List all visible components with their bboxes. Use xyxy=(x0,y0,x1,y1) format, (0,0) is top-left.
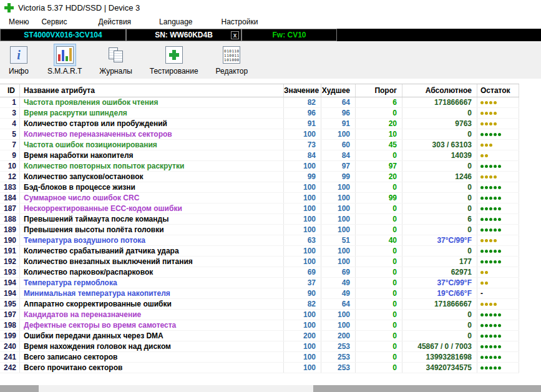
attr-name: Температура воздушного потока xyxy=(20,235,284,245)
table-row[interactable]: 192 Количество внезапных выключений пита… xyxy=(0,257,519,267)
attr-threshold: 0 xyxy=(356,363,402,373)
health-dot xyxy=(485,165,488,168)
health-dot xyxy=(485,282,488,285)
device-model[interactable]: ST4000VX016-3CV104 xyxy=(0,29,126,41)
menu-item-language[interactable]: Language xyxy=(159,17,192,26)
health-dot xyxy=(489,335,492,338)
table-row[interactable]: 184 Суммарное число ошибок CRC 100 100 9… xyxy=(0,193,519,203)
health-dot xyxy=(489,218,492,221)
attr-value: 37 xyxy=(284,278,321,288)
table-row[interactable]: 198 Дефектные секторы во время самотеста… xyxy=(0,320,519,331)
table-row[interactable]: 4 Количество стартов или пробуждений 91 … xyxy=(0,119,519,129)
attr-threshold: 0 xyxy=(356,182,402,192)
attr-id: 187 xyxy=(0,203,20,213)
table-row[interactable]: 10 Количество повторных попыток раскрутк… xyxy=(0,161,519,172)
attr-raw: 62971 xyxy=(402,267,477,277)
close-icon[interactable]: x xyxy=(231,31,239,39)
health-dot xyxy=(494,303,497,306)
attr-worst: 100 xyxy=(321,193,356,203)
attr-name: Бэд-блоков в процессе жизни xyxy=(20,182,284,192)
toolbar-button-logs[interactable]: Журналы xyxy=(94,41,137,76)
health-dot xyxy=(494,122,497,125)
attr-raw: 45867 / 0 / 7003 xyxy=(402,341,477,351)
health-dot xyxy=(498,313,501,316)
attr-raw: 0 xyxy=(402,108,477,118)
attr-health-dots xyxy=(477,331,519,341)
table-row[interactable]: 195 Аппаратно скорректированные ошибки 8… xyxy=(0,299,519,310)
health-dot xyxy=(480,175,484,179)
attr-health-dots xyxy=(477,246,519,256)
header-value[interactable]: Значение xyxy=(284,84,321,97)
attr-id: 240 xyxy=(0,341,20,351)
header-name[interactable]: Название атрибута xyxy=(20,84,284,97)
attr-health-dots xyxy=(477,257,519,267)
table-row[interactable]: 194 Температура гермоблока 37 49 0 37°C/… xyxy=(0,278,519,288)
attr-threshold: 0 xyxy=(356,203,402,213)
toolbar-button-smart[interactable]: S.M.A.R.T xyxy=(42,41,87,76)
health-dot xyxy=(480,112,484,115)
table-row[interactable]: 199 Ошибки передачи данных через DMA 200… xyxy=(0,331,519,341)
menu-item-service[interactable]: Сервис xyxy=(41,17,67,26)
table-row[interactable]: 190 Температура воздушного потока 63 51 … xyxy=(0,235,519,246)
toolbar-button-editor[interactable]: 010110 110011 101000 Редактор xyxy=(211,41,253,76)
attr-raw: 0 xyxy=(402,161,477,171)
table-row[interactable]: 1 Частота проявления ошибок чтения 82 64… xyxy=(0,97,519,108)
header-id[interactable]: ID xyxy=(0,84,20,97)
header-raw[interactable]: Абсолютное xyxy=(402,84,477,97)
attr-worst: 200 xyxy=(321,331,356,341)
attr-id: 194 xyxy=(0,288,20,298)
menu-item-menu[interactable]: Меню xyxy=(9,17,29,26)
horizontal-scrollbar[interactable] xyxy=(0,385,541,392)
toolbar-button-info[interactable]: i Инфо xyxy=(2,41,35,76)
table-row[interactable]: 193 Количество парковок/распарковок 69 6… xyxy=(0,267,519,278)
header-health[interactable]: Остаток xyxy=(477,84,519,97)
health-dot xyxy=(480,313,484,316)
table-row[interactable]: 9 Время наработки накопителя 84 84 0 140… xyxy=(0,150,519,161)
attr-threshold: 0 xyxy=(356,341,402,351)
device-firmware: Fw: CV10 xyxy=(241,29,337,41)
attr-name: Количество переназначенных секторов xyxy=(20,129,284,139)
attr-raw: 0 xyxy=(402,320,477,330)
table-row[interactable]: 197 Кандидатов на переназначение 100 100… xyxy=(0,310,519,320)
device-bar: ST4000VX016-3CV104 SN: WW60KD4B x Fw: CV… xyxy=(0,29,541,41)
table-row[interactable]: 194 Минимальная температура накопителя 9… xyxy=(0,288,519,299)
table-row[interactable]: 183 Бэд-блоков в процессе жизни 100 100 … xyxy=(0,182,519,193)
health-dot xyxy=(494,186,497,189)
health-dot xyxy=(485,154,488,157)
window-title: Victoria 5.37 HDD/SSD | Device 3 xyxy=(18,3,140,12)
header-worst[interactable]: Худшее xyxy=(321,84,356,97)
health-dot xyxy=(489,101,492,104)
attr-value: 99 xyxy=(284,172,321,182)
attr-health-dots xyxy=(477,299,519,309)
table-row[interactable]: 187 Нескорректированные ECC-кодом ошибки… xyxy=(0,203,519,214)
table-row[interactable]: 241 Всего записано секторов 100 253 0 13… xyxy=(0,352,519,363)
table-row[interactable]: 7 Частота ошибок позиционирования 73 60 … xyxy=(0,140,519,150)
health-dot xyxy=(485,175,488,179)
table-row[interactable]: 12 Количество запусков/остановок 99 99 2… xyxy=(0,172,519,182)
attr-worst: 100 xyxy=(321,225,356,235)
table-row[interactable]: 5 Количество переназначенных секторов 10… xyxy=(0,129,519,140)
table-row[interactable]: 189 Превышения высоты полёта головки 100… xyxy=(0,225,519,235)
table-row[interactable]: 240 Время нахождения головок над диском … xyxy=(0,341,519,352)
table-row[interactable]: 191 Количество срабатываний датчика удар… xyxy=(0,246,519,257)
toolbar-button-testing[interactable]: Тестирование xyxy=(145,41,203,76)
attr-value: 100 xyxy=(284,246,321,256)
attr-value: 91 xyxy=(284,119,321,129)
table-row[interactable]: 188 Превышений таймаута после команды 10… xyxy=(0,214,519,225)
attr-worst: 100 xyxy=(321,129,356,139)
table-row[interactable]: 3 Время раскрутки шпинделя 96 96 0 0 xyxy=(0,108,519,119)
health-dot xyxy=(494,207,497,210)
attr-health-dots: - xyxy=(477,288,519,298)
attr-raw: 0 xyxy=(402,225,477,235)
scrollbar-thumb[interactable] xyxy=(39,385,313,392)
table-row[interactable]: 242 Всего прочитано секторов 100 253 0 3… xyxy=(0,363,519,373)
attr-threshold: 0 xyxy=(356,299,402,309)
health-dot xyxy=(494,101,497,104)
attr-worst: 97 xyxy=(321,161,356,171)
attr-worst: 60 xyxy=(321,140,356,150)
hex-editor-icon: 010110 110011 101000 xyxy=(220,44,243,66)
header-threshold[interactable]: Порог xyxy=(356,84,402,97)
menu-item-settings[interactable]: Настройки xyxy=(222,17,258,26)
attr-worst: 100 xyxy=(321,182,356,192)
menu-item-actions[interactable]: Действия xyxy=(99,17,132,26)
